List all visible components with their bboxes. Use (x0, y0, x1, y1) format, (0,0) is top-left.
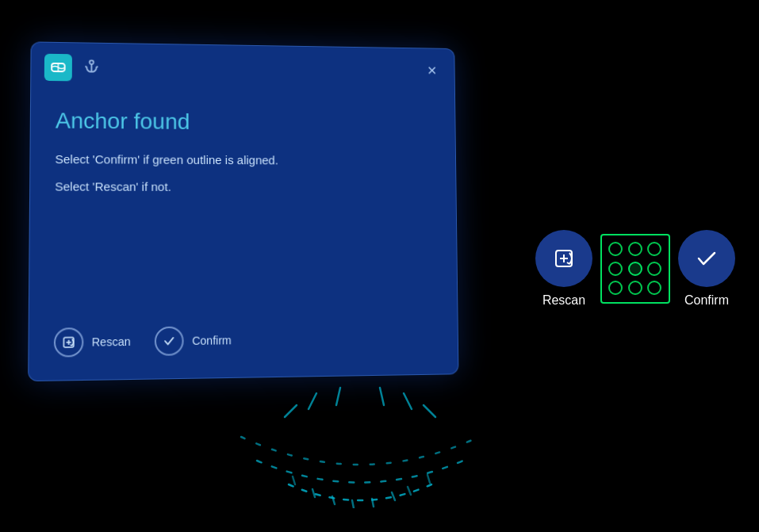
svg-line-16 (293, 477, 295, 484)
dialog-buttons: Rescan Confirm (54, 326, 232, 358)
grid-dot-1 (608, 242, 623, 256)
grid-dot-9 (647, 281, 661, 295)
svg-line-12 (372, 499, 374, 507)
grid-dot-7 (608, 281, 623, 295)
svg-line-4 (285, 405, 297, 417)
rescan-icon-circle (54, 327, 84, 358)
svg-line-17 (427, 475, 430, 483)
floating-controls: Rescan Confirm (535, 230, 735, 308)
svg-point-1 (90, 60, 94, 64)
grid-dot-6 (647, 262, 661, 276)
close-icon: ✕ (427, 63, 437, 78)
rescan-float-wrap: Rescan (535, 230, 592, 308)
grid-dot-2 (628, 242, 642, 256)
dialog-title: Anchor found (56, 108, 432, 136)
dialog-content: Anchor found Select 'Confirm' if green o… (30, 92, 456, 220)
confirm-float-button[interactable] (678, 230, 735, 287)
svg-line-7 (424, 405, 435, 417)
instruction-1: Select 'Confirm' if green outline is ali… (55, 150, 432, 170)
svg-line-13 (392, 492, 395, 500)
app-icon (44, 54, 72, 82)
dialog-body: Select 'Confirm' if green outline is ali… (55, 150, 433, 197)
svg-line-9 (380, 388, 384, 405)
svg-line-8 (404, 393, 412, 409)
confirm-icon-circle (155, 327, 184, 356)
grid-dot-8 (628, 281, 642, 295)
title-bar: ✕ (31, 42, 454, 96)
svg-line-11 (352, 500, 354, 508)
svg-line-10 (332, 496, 335, 504)
rescan-float-button[interactable] (535, 230, 592, 287)
confirm-dialog-button[interactable]: Confirm (155, 326, 231, 356)
rescan-float-label: Rescan (542, 293, 585, 308)
grid-dot-center (628, 262, 642, 276)
svg-line-5 (309, 393, 316, 409)
grid-dot-4 (608, 262, 623, 276)
confirm-float-label: Confirm (684, 293, 729, 308)
close-button[interactable]: ✕ (421, 59, 443, 81)
confirm-float-wrap: Confirm (678, 230, 735, 308)
anchor-dialog: ✕ Anchor found Select 'Confirm' if green… (28, 41, 458, 381)
grid-dot-3 (647, 242, 661, 256)
instruction-2: Select 'Rescan' if not. (55, 177, 433, 197)
svg-line-15 (408, 487, 411, 495)
svg-line-14 (312, 489, 315, 497)
svg-line-6 (336, 388, 340, 405)
rescan-dialog-button[interactable]: Rescan (54, 327, 131, 357)
rescan-dialog-label: Rescan (92, 335, 131, 349)
anchor-grid-preview (600, 234, 670, 304)
anchor-icon (83, 58, 100, 78)
confirm-dialog-label: Confirm (192, 334, 232, 347)
